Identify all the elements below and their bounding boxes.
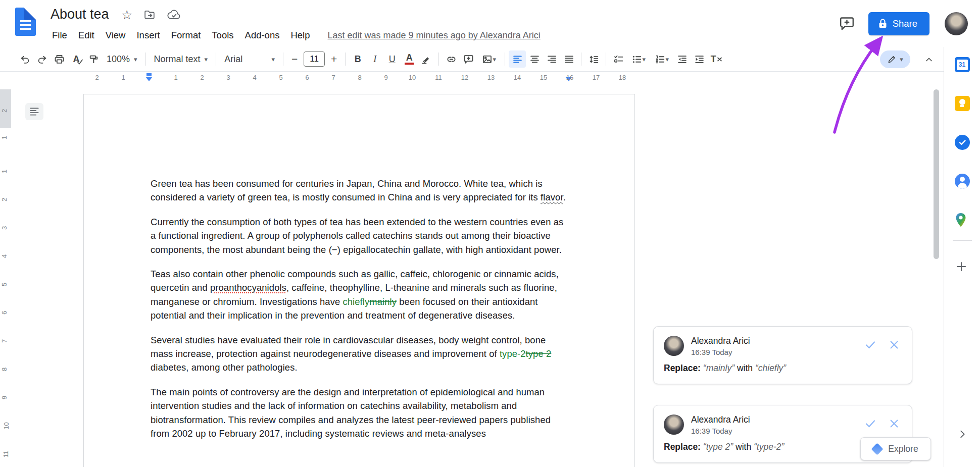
text-run: Several studies have evaluated their rol… [151, 335, 546, 359]
toolbar-separator [216, 53, 216, 66]
text-run-misspell: proanthocyanidols [210, 282, 286, 293]
share-button[interactable]: Share [868, 12, 929, 35]
toolbar-separator [606, 53, 606, 66]
align-justify-button[interactable] [560, 50, 577, 68]
highlight-color-button[interactable] [418, 50, 435, 68]
align-left-button[interactable] [509, 50, 526, 68]
ruler-number: 4 [1, 254, 8, 258]
zoom-select[interactable]: 100% ▾ [102, 50, 142, 68]
italic-glyph: I [373, 54, 376, 65]
add-comment-button[interactable] [460, 50, 477, 68]
menu-insert[interactable]: Insert [131, 28, 165, 42]
explore-button[interactable]: Explore [860, 437, 931, 460]
horizontal-ruler[interactable]: 21123456789101112131415161718 [0, 72, 944, 84]
accept-suggestion-button[interactable] [864, 418, 876, 432]
menu-addons[interactable]: Add-ons [239, 28, 285, 42]
accept-suggestion-button[interactable] [864, 339, 876, 353]
bold-button[interactable]: B [349, 50, 366, 68]
text-color-button[interactable]: A [401, 50, 418, 68]
document-paragraph[interactable]: The main points of controversy are the d… [151, 385, 568, 441]
text-run: . [563, 192, 566, 202]
line-spacing-button[interactable] [585, 50, 602, 68]
chevron-down-icon: ▾ [205, 56, 208, 63]
spell-check-button[interactable]: A [68, 50, 85, 68]
redo-button[interactable] [33, 50, 51, 68]
google-calendar-icon[interactable]: 31 [955, 57, 970, 72]
google-keep-icon[interactable] [955, 96, 970, 111]
insert-image-button[interactable]: ▾ [477, 50, 501, 68]
paint-format-button[interactable] [85, 50, 102, 68]
undo-button[interactable] [16, 50, 33, 68]
increase-indent-button[interactable] [691, 50, 708, 68]
bold-glyph: B [355, 54, 361, 65]
decrease-font-size-button[interactable]: − [287, 53, 302, 65]
increase-font-size-button[interactable]: + [326, 53, 341, 65]
google-contacts-icon[interactable] [955, 174, 970, 189]
numbered-list-button[interactable]: ▾ [650, 50, 673, 68]
vertical-scrollbar[interactable] [934, 89, 939, 259]
font-select[interactable]: Arial ▾ [220, 50, 279, 68]
document-paragraph[interactable]: Green tea has been consumed for centurie… [151, 177, 568, 204]
align-right-button[interactable] [543, 50, 560, 68]
explore-icon [871, 443, 884, 455]
star-icon[interactable]: ☆ [121, 9, 132, 21]
google-docs-logo[interactable] [15, 8, 36, 36]
menu-view[interactable]: View [100, 28, 131, 42]
menu-edit[interactable]: Edit [73, 28, 100, 42]
open-comments-button[interactable] [836, 13, 858, 35]
cloud-saved-icon[interactable] [167, 10, 181, 20]
document-title[interactable]: About tea [51, 7, 109, 22]
google-tasks-icon[interactable] [955, 135, 970, 150]
editing-mode-button[interactable]: ▾ [880, 50, 910, 68]
menu-file[interactable]: File [46, 28, 73, 42]
italic-button[interactable]: I [366, 50, 383, 68]
hide-side-panel-icon[interactable] [957, 429, 968, 442]
toolbar-separator [438, 53, 439, 66]
menu-help[interactable]: Help [285, 28, 315, 42]
suggestion-action-label: Replace: [664, 363, 701, 373]
ruler-number: 7 [331, 74, 335, 81]
first-line-indent-marker[interactable] [146, 73, 152, 76]
toolbar-separator [283, 53, 283, 66]
menu-tools[interactable]: Tools [206, 28, 239, 42]
reject-suggestion-button[interactable] [889, 418, 900, 431]
left-indent-marker[interactable] [145, 77, 153, 81]
last-edit-link[interactable]: Last edit was made 9 minutes ago by Alex… [328, 30, 541, 41]
side-panel-divider [953, 240, 972, 241]
insert-link-button[interactable] [443, 50, 460, 68]
clear-formatting-button[interactable]: T [708, 50, 725, 68]
suggestion-card[interactable]: Alexandra Arici 16:39 Today Replace: “ma… [653, 326, 912, 384]
document-paragraph[interactable]: Currently the consumption of both types … [151, 215, 568, 256]
underline-button[interactable]: U [383, 50, 401, 68]
document-text-area[interactable]: Green tea has been consumed for centurie… [151, 177, 568, 451]
toolbar-separator [145, 53, 146, 66]
suggestion-meta: Alexandra Arici 16:39 Today [691, 336, 750, 356]
suggestion-author: Alexandra Arici [691, 414, 750, 425]
ruler-number: 10 [409, 74, 416, 81]
bulleted-list-button[interactable]: ▾ [627, 50, 650, 68]
font-size-input[interactable]: 11 [304, 51, 325, 67]
document-paragraph[interactable]: Teas also contain other phenolic compoun… [151, 267, 568, 323]
document-page[interactable]: Green tea has been consumed for centurie… [83, 94, 635, 467]
print-button[interactable] [51, 50, 68, 68]
side-panel: 31 [944, 47, 980, 467]
align-center-button[interactable] [526, 50, 543, 68]
text-run: The main points of controversy are the d… [151, 387, 551, 439]
decrease-indent-button[interactable] [673, 50, 691, 68]
user-avatar[interactable] [945, 12, 968, 35]
hide-menus-button[interactable] [920, 51, 938, 68]
suggestion-card-header: Alexandra Arici 16:39 Today [664, 336, 902, 356]
reject-suggestion-button[interactable] [889, 339, 900, 352]
move-folder-icon[interactable] [143, 9, 156, 21]
menu-format[interactable]: Format [166, 28, 207, 42]
add-addon-icon[interactable] [955, 260, 970, 275]
checklist-button[interactable] [610, 50, 627, 68]
toolbar: A 100% ▾ Normal text ▾ Arial ▾ − 11 + B … [0, 47, 944, 72]
document-paragraph[interactable]: Several studies have evaluated their rol… [151, 333, 568, 375]
clear-format-glyph: T [711, 54, 716, 65]
show-document-outline-button[interactable] [25, 103, 43, 120]
suggestion-actions [864, 336, 902, 353]
google-maps-icon[interactable] [955, 213, 970, 228]
paragraph-styles-select[interactable]: Normal text ▾ [150, 50, 213, 68]
underline-glyph: U [389, 54, 396, 65]
